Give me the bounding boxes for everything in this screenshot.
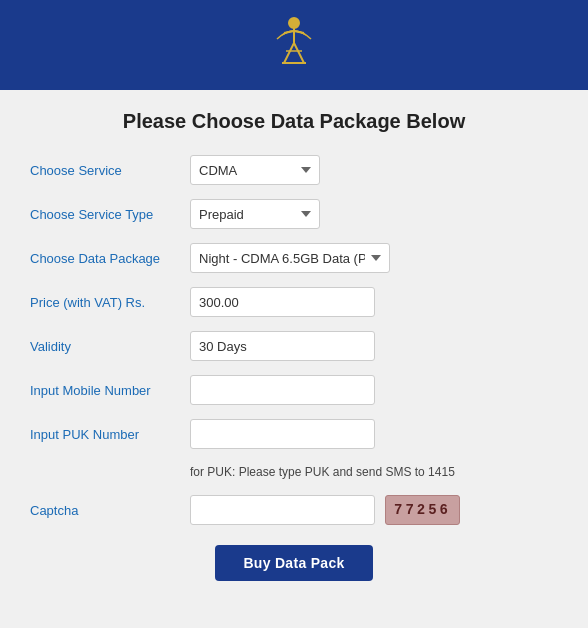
choose-service-type-row: Choose Service Type Prepaid Postpaid [30, 199, 558, 229]
choose-service-type-select[interactable]: Prepaid Postpaid [190, 199, 320, 229]
captcha-label: Captcha [30, 503, 190, 518]
main-content: Please Choose Data Package Below Choose … [0, 90, 588, 611]
choose-service-select[interactable]: CDMA GSM [190, 155, 320, 185]
price-row: Price (with VAT) Rs. [30, 287, 558, 317]
choose-data-package-row: Choose Data Package Night - CDMA 6.5GB D… [30, 243, 558, 273]
logo-icon [264, 13, 324, 78]
page-header [0, 0, 588, 90]
choose-service-label: Choose Service [30, 163, 190, 178]
submit-row: Buy Data Pack [30, 545, 558, 581]
mobile-number-label: Input Mobile Number [30, 383, 190, 398]
validity-label: Validity [30, 339, 190, 354]
puk-number-label: Input PUK Number [30, 427, 190, 442]
svg-point-0 [289, 18, 299, 28]
mobile-number-row: Input Mobile Number [30, 375, 558, 405]
puk-number-row: Input PUK Number [30, 419, 558, 449]
price-label: Price (with VAT) Rs. [30, 295, 190, 310]
choose-service-row: Choose Service CDMA GSM [30, 155, 558, 185]
choose-data-package-label: Choose Data Package [30, 251, 190, 266]
buy-data-pack-button[interactable]: Buy Data Pack [215, 545, 372, 581]
page-title: Please Choose Data Package Below [30, 110, 558, 133]
choose-data-package-select[interactable]: Night - CDMA 6.5GB Data (Pos [190, 243, 390, 273]
svg-line-5 [294, 43, 304, 63]
validity-input[interactable] [190, 331, 375, 361]
captcha-image: 77256 [385, 495, 460, 525]
validity-row: Validity [30, 331, 558, 361]
puk-number-input[interactable] [190, 419, 375, 449]
svg-line-4 [284, 43, 294, 63]
captcha-row: Captcha 77256 [30, 495, 558, 525]
price-input[interactable] [190, 287, 375, 317]
captcha-input[interactable] [190, 495, 375, 525]
choose-service-type-label: Choose Service Type [30, 207, 190, 222]
puk-note: for PUK: Please type PUK and send SMS to… [190, 463, 558, 481]
form-container: Choose Service CDMA GSM Choose Service T… [30, 155, 558, 581]
mobile-number-input[interactable] [190, 375, 375, 405]
